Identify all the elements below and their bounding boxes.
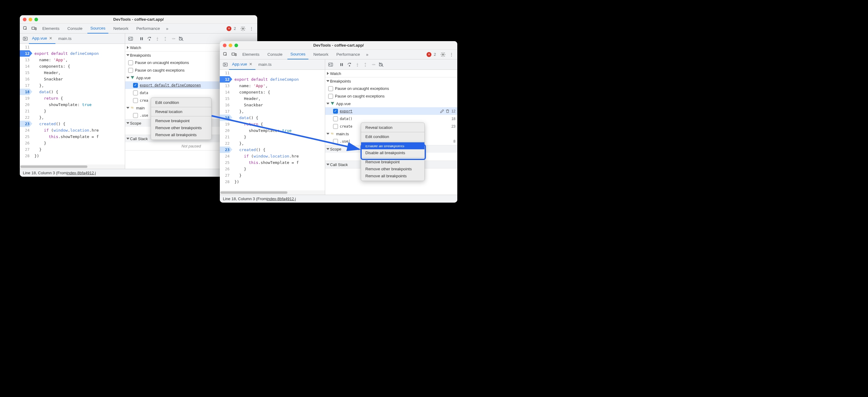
bp-file-group[interactable]: App.vue (325, 100, 457, 107)
tab-elements[interactable]: Elements (39, 24, 62, 33)
checkbox-icon[interactable] (328, 86, 333, 91)
checkbox-icon[interactable] (128, 60, 133, 65)
devtools-window-b: DevTools - coffee-cart.app/ Elements Con… (220, 41, 457, 203)
tab-sources[interactable]: Sources (87, 24, 109, 33)
inspect-icon[interactable] (222, 51, 229, 58)
kebab-icon[interactable]: ⋮ (448, 51, 455, 58)
ctx-remove-bp[interactable]: Remove breakpoint (361, 159, 425, 165)
step-over-icon[interactable] (146, 35, 153, 42)
code[interactable]: export default defineCompon name: 'App',… (235, 70, 325, 191)
ctx-edit-condition[interactable]: Edit condition (151, 99, 211, 106)
chevron-right-icon (327, 72, 329, 75)
ctx-reveal-location[interactable]: Reveal location (151, 108, 211, 115)
bp-file-name: main.ts (336, 132, 349, 136)
close-icon[interactable]: ✕ (249, 62, 252, 66)
editor-pane[interactable]: 111213141516171819202122232425262728 exp… (20, 44, 125, 169)
file-tab-maints[interactable]: main.ts (55, 33, 75, 44)
edit-icon[interactable] (440, 109, 444, 113)
checkbox-icon[interactable] (133, 98, 138, 103)
step-over-icon[interactable] (346, 61, 353, 68)
pause-caught-checkbox[interactable]: Pause on caught exceptions (325, 92, 457, 100)
tab-elements[interactable]: Elements (239, 50, 262, 59)
status-file-link[interactable]: index-8bfa4912.j (267, 197, 296, 201)
hscrollbar[interactable] (220, 191, 325, 195)
error-count[interactable]: 2 (234, 26, 236, 31)
code[interactable]: export default defineCompon name: 'App',… (34, 44, 125, 165)
checkbox-icon[interactable] (128, 68, 133, 73)
step-icon (370, 61, 377, 68)
hscrollbar[interactable] (20, 165, 125, 169)
tab-sources[interactable]: Sources (287, 50, 309, 59)
ctx-remove-all-bp[interactable]: Remove all breakpoints (361, 172, 425, 179)
debug-toggle-icon[interactable] (327, 61, 334, 68)
ctx-disable-all-bp[interactable]: Disable all breakpoints (361, 149, 425, 156)
chevron-down-icon (126, 122, 129, 124)
kebab-icon[interactable]: ⋮ (248, 25, 255, 32)
svg-point-23 (357, 65, 358, 66)
nav-toggle-icon[interactable] (22, 35, 29, 42)
window-title: DevTools - coffee-cart.app/ (223, 43, 454, 48)
pause-icon[interactable] (338, 61, 345, 68)
ctx-edit-condition[interactable]: Edit condition (361, 133, 425, 140)
bp-item[interactable]: export 12 (325, 107, 457, 115)
checkbox-icon[interactable] (133, 113, 138, 118)
bp-text: export (340, 109, 439, 113)
deactivate-bp-icon[interactable] (377, 61, 385, 68)
pause-uncaught-checkbox[interactable]: Pause on uncaught exceptions (325, 85, 457, 92)
error-icon[interactable]: ✕ (427, 52, 431, 57)
ctx-remove-other-bp[interactable]: Remove other breakpoints (361, 165, 425, 172)
gutter[interactable]: 111213141516171819202122232425262728 (220, 70, 231, 195)
ctx-enable-all-bp[interactable]: Enable all breakpoints (361, 142, 425, 149)
step-icon (169, 35, 177, 42)
checkbox-icon[interactable] (328, 94, 333, 99)
ctx-remove-bp[interactable]: Remove breakpoint (151, 117, 211, 124)
inspect-icon[interactable] (22, 25, 29, 32)
ctx-remove-all-bp[interactable]: Remove all breakpoints (151, 131, 211, 138)
file-tab-maints[interactable]: main.ts (255, 59, 275, 70)
gear-icon[interactable] (240, 25, 246, 32)
ctx-reveal-location[interactable]: Reveal location (361, 124, 425, 131)
checkbox-icon[interactable] (333, 139, 338, 144)
checkbox-icon[interactable] (333, 109, 338, 114)
error-count[interactable]: 2 (434, 52, 436, 57)
breakpoints-label: Breakpoints (330, 79, 351, 84)
file-tab-appvue[interactable]: App.vue ✕ (29, 33, 55, 44)
tab-performance[interactable]: Performance (133, 24, 163, 33)
bp-text: data() (340, 117, 450, 121)
file-tab-appvue[interactable]: App.vue ✕ (229, 59, 255, 70)
editor-pane[interactable]: 111213141516171819202122232425262728 exp… (220, 70, 325, 195)
device-icon[interactable] (231, 51, 238, 58)
step-into-icon (154, 35, 161, 42)
status-cursor: Line 18, Column 3 (From (23, 171, 67, 175)
tab-console[interactable]: Console (264, 50, 286, 59)
tab-performance[interactable]: Performance (333, 50, 363, 59)
tab-network[interactable]: Network (310, 50, 332, 59)
breakpoints-section[interactable]: Breakpoints (325, 77, 457, 85)
deactivate-bp-icon[interactable] (178, 35, 185, 42)
status-file-link[interactable]: index-8bfa4912.j (67, 171, 96, 175)
tab-console[interactable]: Console (64, 24, 86, 33)
nav-toggle-icon[interactable] (222, 61, 229, 68)
ctx-remove-other-bp[interactable]: Remove other breakpoints (151, 124, 211, 131)
step-out-icon (162, 35, 169, 42)
checkbox-icon[interactable] (133, 90, 138, 95)
tab-network[interactable]: Network (110, 24, 131, 33)
checkbox-icon[interactable] (133, 83, 138, 88)
error-icon[interactable]: ✕ (226, 26, 231, 31)
window-title: DevTools - coffee-cart.app/ (23, 17, 254, 22)
bp-item[interactable]: data() 18 (325, 115, 457, 122)
watch-section[interactable]: Watch (325, 70, 457, 77)
close-icon[interactable]: ✕ (49, 36, 52, 40)
gear-icon[interactable] (440, 51, 446, 58)
checkbox-icon[interactable] (333, 124, 338, 129)
checkbox-icon[interactable] (333, 116, 338, 121)
pause-icon[interactable] (138, 35, 145, 42)
chevron-down-icon (327, 164, 330, 165)
context-menu: Reveal location Edit condition Enable al… (361, 122, 425, 181)
tabs-overflow-icon[interactable]: » (165, 26, 169, 31)
trash-icon[interactable] (445, 109, 450, 113)
debug-toggle-icon[interactable] (127, 35, 134, 42)
gutter[interactable]: 111213141516171819202122232425262728 (20, 44, 31, 169)
tabs-overflow-icon[interactable]: » (365, 52, 370, 57)
device-icon[interactable] (31, 25, 37, 32)
